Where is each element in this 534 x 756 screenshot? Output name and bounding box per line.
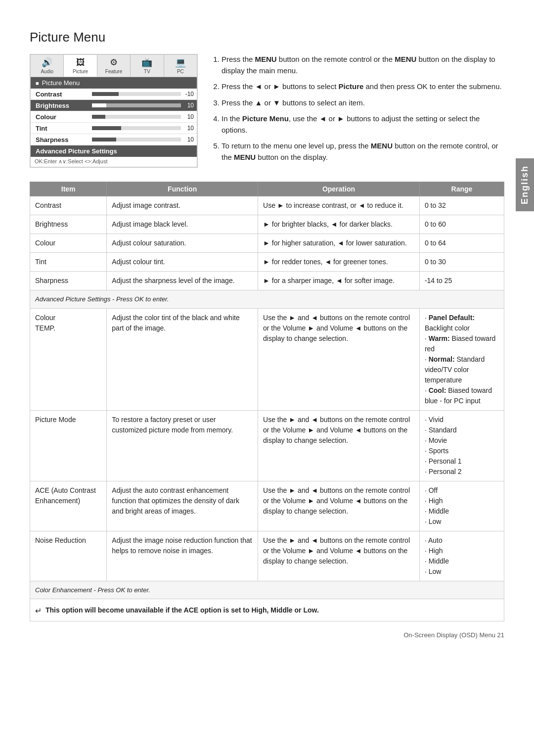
range-brightness: 0 to 60: [419, 215, 504, 234]
instruction-1: Press the MENU button on the remote cont…: [222, 54, 504, 76]
osd-menu: 🔊 Audio 🖼 Picture ⚙ Feature 📺 TV 💻: [30, 54, 198, 168]
item-tint: Tint: [30, 253, 107, 272]
col-range: Range: [419, 182, 504, 196]
func-contrast: Adjust image contrast.: [107, 196, 258, 215]
table-row: Noise Reduction Adjust the image noise r…: [30, 531, 504, 581]
range-sharpness: -14 to 25: [419, 272, 504, 290]
item-noise: Noise Reduction: [30, 531, 107, 581]
osd-audio: 🔊 Audio: [31, 55, 64, 77]
osd-brightness-row: Brightness 10: [31, 100, 197, 111]
range-picture-mode: · Vivid· Standard· Movie· Sports· Person…: [419, 410, 504, 481]
footer-note: ↵ This option will become unavailable if…: [35, 605, 499, 617]
instruction-2: Press the ◄ or ► buttons to select Pictu…: [222, 81, 504, 93]
osd-sharpness-label: Sharpness: [31, 136, 90, 143]
note-text: This option will become unavailable if t…: [45, 605, 319, 615]
item-sharpness: Sharpness: [30, 272, 107, 290]
osd-contrast-bar: [90, 90, 183, 98]
page-container: English Picture Menu 🔊 Audio 🖼 Picture ⚙…: [0, 0, 534, 668]
osd-tint-bar: [90, 124, 183, 132]
note-cell: ↵ This option will become unavailable if…: [30, 599, 504, 621]
op-colour-temp: Use the ► and ◄ buttons on the remote co…: [258, 308, 420, 410]
osd-adv-label: Advanced Picture Settings: [31, 145, 197, 157]
osd-hint: OK:Enter ∧∨:Select <>:Adjust: [31, 157, 197, 166]
op-colour: ► for higher saturation, ◄ for lower sat…: [258, 234, 420, 253]
osd-picture: 🖼 Picture: [64, 55, 97, 77]
osd-colour-bar: [90, 113, 183, 121]
range-contrast: 0 to 32: [419, 196, 504, 215]
osd-brightness-label: Brightness: [31, 102, 90, 109]
audio-label: Audio: [41, 69, 53, 74]
osd-sharpness-bar: [90, 136, 183, 143]
col-item: Item: [30, 182, 107, 196]
instruction-3: Press the ▲ or ▼ buttons to select an it…: [222, 97, 504, 109]
range-colour: 0 to 64: [419, 234, 504, 253]
op-brightness: ► for brighter blacks, ◄ for darker blac…: [258, 215, 420, 234]
osd-colour-row: Colour 10: [31, 111, 197, 123]
op-ace: Use the ► and ◄ buttons on the remote co…: [258, 481, 420, 531]
osd-sharpness-row: Sharpness 10: [31, 134, 197, 145]
func-noise: Adjust the image noise reduction functio…: [107, 531, 258, 581]
feature-label: Feature: [105, 69, 122, 74]
col-operation: Operation: [258, 182, 420, 196]
page-title: Picture Menu: [30, 30, 504, 45]
instructions: Press the MENU button on the remote cont…: [213, 54, 504, 168]
osd-brightness-bar: [90, 101, 183, 109]
page-footer: On-Screen Display (OSD) Menu 21: [30, 631, 504, 639]
range-ace: · Off· High· Middle· Low: [419, 481, 504, 531]
item-colour-temp: Colour TEMP.: [30, 308, 107, 410]
item-picture-mode: Picture Mode: [30, 410, 107, 481]
table-row: Colour TEMP. Adjust the color tint of th…: [30, 308, 504, 410]
func-sharpness: Adjust the sharpness level of the image.: [107, 272, 258, 290]
note-icon: ↵: [35, 605, 42, 617]
picture-icon: 🖼: [66, 58, 94, 67]
func-brightness: Adjust image black level.: [107, 215, 258, 234]
color-enh-span-row: Color Enhancement - Press OK to enter.: [30, 581, 504, 599]
op-sharpness: ► for a sharper image, ◄ for softer imag…: [258, 272, 420, 290]
op-picture-mode: Use the ► and ◄ buttons on the remote co…: [258, 410, 420, 481]
table-row: Brightness Adjust image black level. ► f…: [30, 215, 504, 234]
range-noise: · Auto· High· Middle· Low: [419, 531, 504, 581]
func-ace: Adjust the auto contrast enhancement fun…: [107, 481, 258, 531]
instruction-5: To return to the menu one level up, pres…: [222, 141, 504, 163]
table-row: Colour Adjust colour saturation. ► for h…: [30, 234, 504, 253]
osd-contrast-val: -10: [183, 91, 197, 97]
top-section: 🔊 Audio 🖼 Picture ⚙ Feature 📺 TV 💻: [30, 54, 504, 168]
adv-settings-span-row: Advanced Picture Settings - Press OK to …: [30, 290, 504, 309]
tv-icon: 📺: [133, 58, 161, 67]
func-colour: Adjust colour saturation.: [107, 234, 258, 253]
op-tint: ► for redder tones, ◄ for greener tones.: [258, 253, 420, 272]
feature-icon: ⚙: [99, 58, 128, 67]
table-header-row: Item Function Operation Range: [30, 182, 504, 196]
osd-sharpness-val: 10: [183, 136, 197, 143]
table-row: Contrast Adjust image contrast. Use ► to…: [30, 196, 504, 215]
table-row: ACE (Auto Contrast Enhancement) Adjust t…: [30, 481, 504, 531]
osd-tint-label: Tint: [31, 125, 90, 132]
table-row: Picture Mode To restore a factory preset…: [30, 410, 504, 481]
pc-label: PC: [177, 69, 184, 74]
audio-icon: 🔊: [33, 58, 61, 67]
picture-label: Picture: [73, 69, 88, 74]
col-function: Function: [107, 182, 258, 196]
main-table: Item Function Operation Range Contrast A…: [30, 182, 504, 621]
item-colour: Colour: [30, 234, 107, 253]
color-enh-label: Color Enhancement - Press OK to enter.: [30, 581, 504, 599]
note-row: ↵ This option will become unavailable if…: [30, 599, 504, 621]
osd-tint-row: Tint 10: [31, 123, 197, 134]
page-number: On-Screen Display (OSD) Menu 21: [403, 631, 504, 639]
range-colour-temp: · Panel Default: Backlight color· Warm: …: [419, 308, 504, 410]
item-ace: ACE (Auto Contrast Enhancement): [30, 481, 107, 531]
func-tint: Adjust colour tint.: [107, 253, 258, 272]
osd-tint-val: 10: [183, 125, 197, 132]
osd-header: 🔊 Audio 🖼 Picture ⚙ Feature 📺 TV 💻: [31, 55, 197, 77]
table-row: Sharpness Adjust the sharpness level of …: [30, 272, 504, 290]
osd-brightness-val: 10: [183, 102, 197, 109]
item-brightness: Brightness: [30, 215, 107, 234]
osd-tv: 📺 TV: [131, 55, 164, 77]
osd-feature: ⚙ Feature: [97, 55, 131, 77]
osd-colour-val: 10: [183, 113, 197, 120]
osd-contrast-row: Contrast -10: [31, 89, 197, 100]
range-tint: 0 to 30: [419, 253, 504, 272]
func-colour-temp: Adjust the color tint of the black and w…: [107, 308, 258, 410]
func-picture-mode: To restore a factory preset or user cust…: [107, 410, 258, 481]
osd-contrast-label: Contrast: [31, 91, 90, 98]
